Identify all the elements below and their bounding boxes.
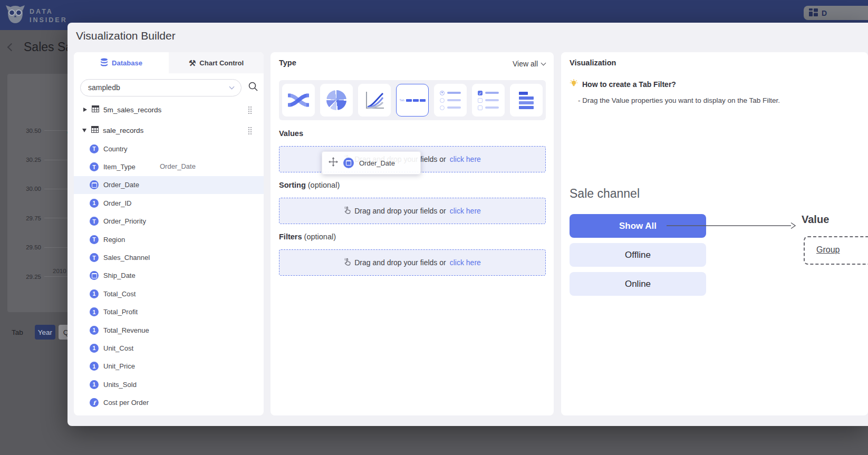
pie-icon (326, 90, 346, 110)
drag-hand-icon (344, 258, 351, 267)
field-label: Region (103, 236, 125, 244)
field-row[interactable]: Unit_Price (74, 357, 264, 375)
brand-line-2: INSIDER (30, 17, 67, 24)
visualization-panel: Visualization How to create a Tab Filter… (561, 52, 868, 415)
channel-button-label: Online (625, 279, 651, 289)
field-type-icon (90, 271, 99, 280)
panel-tabs: Database ⚒ Chart Control (74, 52, 264, 73)
field-row[interactable]: Order_ID (74, 194, 264, 212)
chart-type-checkbox-list[interactable] (472, 84, 505, 117)
annotation-group-link[interactable]: Group (816, 245, 840, 255)
chart-type-pie[interactable] (320, 84, 353, 117)
view-all-label: View all (513, 60, 538, 68)
table-menu-handle-icon[interactable] (248, 106, 252, 114)
chart-type-sankey[interactable] (282, 84, 315, 117)
background-chart-card: 30.50 30.25 30.00 29.75 (7, 74, 76, 312)
tab-database-label: Database (112, 59, 142, 67)
dashboard-nav-button[interactable]: D (804, 6, 868, 20)
field-row[interactable]: Country (74, 140, 264, 158)
field-label: Order_Priority (103, 217, 146, 225)
table-label: 5m_sales_records (103, 106, 161, 114)
table-icon (91, 125, 99, 135)
chart-type-tab-filter[interactable]: Tab (396, 84, 429, 117)
field-row[interactable]: Cost per Order (74, 393, 264, 411)
field-type-icon (90, 199, 99, 208)
sorting-section-label: Sorting (optional) (279, 181, 340, 189)
dragged-field-chip[interactable]: Order_Date (322, 151, 421, 175)
y-tick-label: 30.50 (17, 128, 41, 134)
field-row[interactable]: Order_Date (74, 176, 264, 194)
field-type-icon (90, 326, 99, 335)
dropzone-click-here-link[interactable]: click here (450, 155, 481, 163)
database-select[interactable]: sampledb (80, 79, 242, 96)
field-type-icon (90, 180, 99, 189)
table-row-sale-records[interactable]: sale_records (74, 121, 264, 139)
tip-row: How to create a Tab Filter? (570, 79, 676, 90)
move-icon (329, 157, 338, 169)
field-row[interactable]: Unit_Cost (74, 339, 264, 357)
back-icon[interactable] (7, 43, 16, 52)
field-type-icon (90, 217, 99, 226)
field-row[interactable]: Sales_Channel (74, 248, 264, 266)
annotation-arrow (667, 222, 796, 229)
field-row[interactable]: Total_Revenue (74, 321, 264, 339)
chart-type-line[interactable] (358, 84, 391, 117)
drag-chip-label: Order_Date (359, 159, 395, 167)
table-icon (92, 105, 99, 114)
field-list: Country Item_Type Order_Date Ord (74, 140, 264, 412)
field-row[interactable]: Total_Cost (74, 285, 264, 303)
field-label: Total_Revenue (103, 326, 149, 334)
tab-chart-control-label: Chart Control (199, 59, 244, 67)
dropzone-click-here-link[interactable]: click here (450, 207, 481, 215)
chart-type-data-list[interactable] (510, 84, 543, 117)
widget-title: Sale channel (570, 187, 640, 201)
connection-row: sampledb (80, 79, 259, 96)
field-type-icon (90, 235, 99, 244)
type-section-label: Type (279, 59, 296, 67)
view-all-button[interactable]: View all (513, 60, 545, 68)
caret-right-icon[interactable] (83, 108, 87, 112)
period-prefix-label: Tab (12, 328, 23, 336)
line-chart-icon (364, 91, 385, 110)
caret-down-icon[interactable] (82, 129, 86, 132)
field-type-icon (90, 162, 99, 171)
table-row-5m-sales-records[interactable]: 5m_sales_records (74, 101, 264, 119)
screen: DATA INSIDER D Sales Sa 30.50 (0, 0, 868, 455)
dropzone-click-here-link[interactable]: click here (450, 258, 481, 267)
field-row[interactable]: Region (74, 230, 264, 248)
channel-button-label: Show All (619, 221, 657, 231)
channel-button[interactable]: Offline (570, 243, 706, 267)
field-label: Unit_Cost (103, 344, 133, 352)
table-menu-handle-icon[interactable] (248, 127, 252, 134)
field-type-icon (90, 253, 99, 262)
field-label: Country (103, 145, 128, 153)
chart-type-radio-list[interactable] (434, 84, 467, 117)
field-type-icon (90, 289, 99, 298)
annotation-group-box: Group (804, 236, 868, 265)
chevron-down-icon (229, 84, 235, 89)
layout-icon (809, 8, 818, 18)
field-row[interactable]: Order_Priority (74, 212, 264, 230)
channel-button[interactable]: Online (570, 272, 706, 296)
database-select-value: sampledb (88, 83, 120, 92)
values-section-label: Values (279, 129, 303, 138)
owl-logo-icon (5, 4, 25, 27)
tab-chart-control[interactable]: ⚒ Chart Control (169, 52, 264, 73)
nav-button-label: D (822, 9, 827, 17)
field-row[interactable]: Units_Sold (74, 375, 264, 393)
tools-icon: ⚒ (189, 59, 196, 67)
database-panel: Database ⚒ Chart Control sampledb (74, 52, 264, 415)
y-tick-label: 29.25 (17, 274, 41, 280)
filters-dropzone[interactable]: Drag and drop your fields or click here (279, 249, 546, 276)
channel-button-label: Offline (625, 250, 651, 260)
tab-database[interactable]: Database (74, 52, 169, 73)
x-tick-label: 2010 (53, 268, 66, 274)
search-icon[interactable] (248, 81, 258, 94)
dropzone-text: Drag and drop your fields or (354, 258, 446, 267)
field-row[interactable]: Total_Profit (74, 303, 264, 321)
tip-body: - Drag the Value properties you want to … (578, 96, 780, 104)
sorting-dropzone[interactable]: Drag and drop your fields or click here (279, 198, 546, 224)
field-row[interactable]: Ship_Date (74, 267, 264, 285)
brand-text: DATA INSIDER (30, 8, 67, 23)
period-tab-year[interactable]: Year (35, 325, 55, 340)
